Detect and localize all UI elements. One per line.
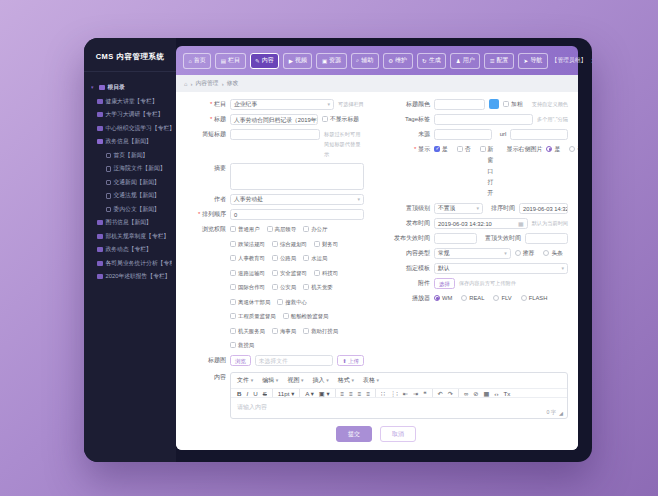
align-right-icon[interactable]: ≡ [358, 389, 362, 398]
numbered-list-icon[interactable]: ⋮∶ [390, 389, 398, 398]
checkbox-icon[interactable] [230, 284, 236, 290]
display-new-window-option[interactable]: 新窗口打开 [480, 144, 494, 199]
checkbox-icon[interactable] [503, 101, 509, 107]
sidebar-item[interactable]: 首页【新闻】 [91, 149, 172, 163]
nav-navigation-button[interactable]: ➤导航 [518, 53, 548, 69]
permission-option[interactable]: 公路局 [272, 253, 296, 264]
bullet-list-icon[interactable]: ∷ [381, 389, 385, 398]
checkbox-icon[interactable] [230, 342, 236, 348]
title-input[interactable]: 人事劳动合同归档记录（2019年第9期） [230, 114, 318, 125]
permission-option[interactable]: 搜救中心 [277, 297, 307, 308]
permission-option[interactable]: 普通用户 [230, 224, 260, 235]
nav-maintain-button[interactable]: ⚙维护 [383, 53, 413, 69]
menu-format[interactable]: 格式 ▾ [338, 376, 354, 385]
checkbox-icon[interactable] [272, 284, 278, 290]
checkbox-icon[interactable] [272, 255, 278, 261]
menu-edit[interactable]: 编辑 ▾ [262, 376, 278, 385]
nav-category-button[interactable]: ▤栏目 [215, 53, 245, 69]
category-select[interactable]: 企业纪事▾ [230, 99, 334, 110]
checkbox-icon[interactable] [277, 299, 283, 305]
align-left-icon[interactable]: ≡ [341, 389, 345, 398]
background-color-icon[interactable]: ▣ ▾ [319, 389, 330, 398]
browse-button[interactable]: 浏览 [230, 355, 251, 366]
checkbox-icon[interactable] [230, 255, 236, 261]
permission-option[interactable]: 人事教育司 [230, 253, 265, 264]
permission-option[interactable]: 办公厅 [303, 224, 327, 235]
sidebar-item[interactable]: 交通法规【新闻】 [91, 189, 172, 203]
permission-option[interactable]: 高层领导 [267, 224, 297, 235]
attachment-select-button[interactable]: 选择 [434, 278, 455, 289]
bold-option[interactable]: 加粗 [503, 99, 523, 110]
checkbox-icon[interactable] [272, 241, 278, 247]
permission-option[interactable]: 国际合作司 [230, 282, 265, 293]
link-icon[interactable]: ∞ [464, 389, 468, 398]
sidebar-item[interactable]: 大学习大调研【专栏】 [91, 108, 172, 122]
sidebar-item[interactable]: 政务信息【新闻】 [91, 135, 172, 149]
text-color-icon[interactable]: A ▾ [305, 389, 314, 398]
short-title-input[interactable] [230, 129, 320, 140]
strikethrough-icon[interactable]: S [263, 389, 267, 398]
indent-icon[interactable]: ⇥ [413, 389, 418, 398]
source-input[interactable] [434, 129, 492, 140]
nav-home-button[interactable]: ⌂首页 [183, 53, 211, 69]
bold-icon[interactable]: B [237, 389, 241, 398]
sort-time-input[interactable]: 2019-06-03 14:32:10 [519, 203, 568, 214]
undo-icon[interactable]: ↶ [438, 389, 443, 398]
code-view-icon[interactable]: ‹› [494, 389, 498, 398]
menu-table[interactable]: 表格 ▾ [363, 376, 379, 385]
checkbox-icon[interactable] [314, 241, 320, 247]
breadcrumb-item[interactable]: 内容管理 [195, 79, 218, 88]
sidebar-item[interactable]: 图书信息【新闻】 [91, 216, 172, 230]
permission-option[interactable]: 海事局 [272, 326, 296, 337]
checkbox-icon[interactable] [303, 226, 309, 232]
checkbox-icon[interactable] [230, 313, 236, 319]
sidebar-item[interactable]: 交通新闻【新闻】 [91, 176, 172, 190]
radio-icon[interactable] [543, 250, 549, 256]
align-center-icon[interactable]: ≡ [349, 389, 353, 398]
checkbox-icon[interactable] [272, 270, 278, 276]
sidebar-item[interactable]: 委内公文【新闻】 [91, 203, 172, 217]
italic-icon[interactable]: I [246, 389, 248, 398]
publish-expire-input[interactable] [434, 233, 477, 244]
permission-option[interactable]: 水运局 [303, 253, 327, 264]
player-flash-option[interactable]: FLASH [521, 293, 548, 304]
radio-icon[interactable] [461, 295, 467, 301]
checkbox-checked-icon[interactable] [434, 146, 440, 152]
radio-icon[interactable] [493, 295, 499, 301]
font-size-select[interactable]: 11pt ▾ [278, 389, 294, 398]
checkbox-icon[interactable] [303, 328, 309, 334]
permission-option[interactable]: 船舶检验监督局 [283, 311, 329, 322]
outdent-icon[interactable]: ⇤ [403, 389, 408, 398]
tag-input[interactable] [434, 114, 533, 125]
right-image-yes-option[interactable]: 是 [546, 144, 560, 155]
menu-insert[interactable]: 插入 ▾ [313, 376, 329, 385]
checkbox-icon[interactable] [480, 146, 486, 152]
player-real-option[interactable]: REAL [461, 293, 484, 304]
resize-handle-icon[interactable]: ◢ [559, 410, 563, 416]
checkbox-icon[interactable] [230, 328, 236, 334]
order-input[interactable]: 0 [230, 209, 364, 220]
nav-video-button[interactable]: ▶视频 [283, 53, 312, 69]
permission-option[interactable]: 财务司 [314, 239, 338, 250]
nav-resource-button[interactable]: ▣资源 [316, 53, 346, 69]
align-justify-icon[interactable]: ≡ [366, 389, 370, 398]
recommend-option[interactable]: 推荐 [515, 248, 535, 259]
nav-assist-button[interactable]: ⌕辅助 [351, 53, 379, 69]
tree-root[interactable]: ▾ 根目录 [91, 81, 172, 95]
editor-body[interactable]: 请输入内容 [231, 398, 567, 408]
permission-option[interactable]: 机关服务局 [230, 326, 265, 337]
unlink-icon[interactable]: ⊘ [473, 389, 478, 398]
calendar-icon[interactable]: ▦ [518, 220, 524, 227]
blockquote-icon[interactable]: ❝ [423, 389, 426, 398]
nav-user-button[interactable]: ♟用户 [450, 53, 480, 69]
top-level-select[interactable]: 不置顶▾ [434, 203, 483, 214]
permission-option[interactable]: 道路运输司 [230, 268, 265, 279]
permission-option[interactable]: 公安局 [272, 282, 296, 293]
right-image-no-option[interactable]: 否 [569, 144, 578, 155]
checkbox-icon[interactable] [267, 226, 273, 232]
checkbox-icon[interactable] [314, 270, 320, 276]
permission-option[interactable]: 政策法规司 [230, 239, 265, 250]
permission-option[interactable]: 科技司 [314, 268, 338, 279]
publish-time-input[interactable]: 2019-06-03 14:32:10▦ [434, 218, 528, 229]
display-no-option[interactable]: 否 [457, 144, 471, 155]
